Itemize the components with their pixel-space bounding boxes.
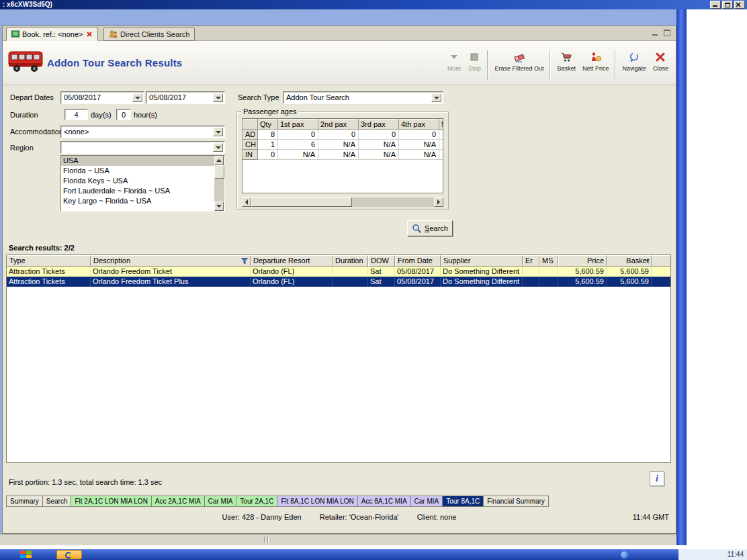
app-window: Book. ref.: <none> Direct Clients Search [2, 26, 676, 534]
tab-tour-2a[interactable]: Tour 2A,1C [236, 496, 277, 507]
dropdown-arrow-icon[interactable] [431, 93, 441, 102]
panel-controls [652, 29, 670, 36]
tab-flight-2a[interactable]: Flt 2A,1C LON MIA LON [71, 496, 151, 507]
tab-tour-8a-selected[interactable]: Tour 8A,1C [442, 496, 484, 507]
panel-minimize-button[interactable] [652, 29, 659, 36]
result-row[interactable]: Attraction Tickets Orlando Freedom Ticke… [7, 267, 670, 277]
tab-financial-summary[interactable]: Financial Summary [483, 496, 549, 507]
column-header-price[interactable]: Price [558, 255, 607, 267]
status-bar: User: 428 - Danny Eden Retailer: 'Ocean-… [3, 513, 676, 521]
scroll-down-icon[interactable] [214, 201, 224, 211]
maximize-icon [725, 3, 730, 7]
page-title: Addon Tour Search Results [47, 57, 182, 68]
tab-direct-clients-search[interactable]: Direct Clients Search [103, 27, 195, 41]
column-header-er[interactable]: Er [523, 255, 539, 267]
pax-row-adults[interactable]: AD 8 0 0 0 0 [243, 130, 444, 140]
column-header-supplier[interactable]: Supplier [441, 255, 523, 267]
region-combo[interactable] [60, 141, 225, 154]
nett-price-icon [590, 50, 602, 64]
column-header-type[interactable]: Type [7, 255, 91, 267]
list-item[interactable]: USA [61, 156, 224, 166]
column-header-dow[interactable]: DOW [368, 255, 395, 267]
dropdown-arrow-icon[interactable] [132, 93, 142, 102]
tab-search[interactable]: Search [42, 496, 72, 507]
ie-icon [65, 552, 72, 559]
accommodation-combo[interactable]: <none> [60, 126, 225, 138]
erase-filtered-out-button[interactable]: Erase Filtered Out [491, 49, 547, 73]
horizontal-scrollbar[interactable] [242, 197, 443, 207]
minimize-icon [713, 5, 717, 7]
pax-row-infants[interactable]: IN 0 N/A N/A N/A N/A [243, 150, 444, 160]
column-header-description[interactable]: Description [91, 255, 251, 267]
column-header-filler [652, 255, 670, 267]
tab-accommodation-8a[interactable]: Acc 8A,1C MIA [357, 496, 411, 507]
tab-accommodation-2a[interactable]: Acc 2A,1C MIA [151, 496, 205, 507]
list-item[interactable]: Key Largo ~ Florida ~ USA [61, 196, 224, 206]
stop-button: Stop [464, 49, 484, 73]
navigate-button[interactable]: Navigate [619, 49, 650, 73]
tab-flight-8a[interactable]: Flt 8A,1C LON MIA LON [277, 496, 357, 507]
close-window-button[interactable] [734, 1, 745, 9]
maximize-button[interactable] [722, 1, 733, 9]
close-button[interactable]: Close [650, 49, 672, 73]
column-header-duration[interactable]: Duration [333, 255, 368, 267]
scroll-track[interactable] [214, 165, 224, 201]
scroll-track[interactable] [251, 197, 434, 207]
search-icon [412, 224, 422, 234]
search-button[interactable]: Search [407, 220, 453, 236]
stop-icon [468, 50, 480, 64]
scroll-left-icon[interactable] [242, 197, 251, 207]
pax-corner-cell [243, 120, 258, 130]
list-item[interactable]: Fort Lauderdale ~ Florida ~ USA [61, 186, 224, 196]
passenger-ages-label: Passenger ages [241, 107, 299, 115]
search-timing-status: First portion: 1.3 sec, total search tim… [9, 478, 162, 486]
column-header-ms[interactable]: MS [539, 255, 558, 267]
browser-taskbar-button[interactable] [56, 550, 82, 559]
window-title: : x6cXW3Sd5Q) [3, 1, 52, 8]
list-item[interactable]: Florida ~ USA [61, 166, 224, 176]
filter-funnel-icon[interactable] [241, 258, 248, 265]
minimize-button[interactable] [710, 1, 721, 9]
taskbar-clock: 11:44 [728, 551, 744, 558]
dropdown-arrow-icon[interactable] [213, 128, 223, 136]
toolbar-separator [550, 50, 551, 80]
list-item[interactable]: Florida Keys ~ USA [61, 176, 224, 186]
panel-restore-button[interactable] [664, 30, 670, 36]
dropdown-arrow-icon[interactable] [213, 93, 223, 102]
basket-button[interactable]: Basket [554, 49, 579, 73]
title-bar: : x6cXW3Sd5Q) [0, 0, 747, 9]
depart-date-to-combo[interactable]: 05/08/2017 [146, 91, 225, 104]
vertical-scrollbar[interactable] [214, 156, 224, 211]
tab-close-icon[interactable] [86, 31, 93, 38]
tab-car-2a[interactable]: Car MIA [204, 496, 237, 507]
duration-days-input[interactable] [64, 109, 88, 120]
scroll-thumb[interactable] [251, 197, 352, 207]
depart-date-from-combo[interactable]: 05/08/2017 [60, 91, 144, 104]
tab-car-8a[interactable]: Car MIA [410, 496, 443, 507]
column-header-basket[interactable]: Basket [607, 255, 652, 267]
scroll-grip[interactable] [264, 536, 272, 543]
dropdown-arrow-icon[interactable] [213, 143, 223, 152]
tab-summary[interactable]: Summary [6, 496, 43, 507]
nett-price-button[interactable]: Nett Price [579, 49, 613, 73]
duration-hours-input[interactable] [116, 109, 131, 120]
status-time: 11:44 GMT [633, 513, 669, 521]
column-header-from-date[interactable]: From Date [395, 255, 441, 267]
search-type-combo[interactable]: Addon Tour Search [283, 91, 443, 104]
scroll-thumb[interactable] [214, 165, 224, 179]
column-header-departure-resort[interactable]: Departure Resort [251, 255, 333, 267]
results-grid: Type Description Departure Resort Durati… [6, 254, 671, 463]
windows-start-icon[interactable] [20, 551, 33, 559]
horizontal-scrollbar-strip[interactable] [0, 534, 676, 545]
info-button[interactable]: i [650, 471, 664, 486]
hours-label: hour(s) [134, 111, 157, 119]
passenger-ages-group: Passenger ages Qty 1st pax 2nd pax 3rd p… [236, 111, 449, 209]
tab-booking-ref[interactable]: Book. ref.: <none> [6, 27, 98, 41]
region-label: Region [10, 144, 34, 152]
result-row-selected[interactable]: Attraction Tickets Orlando Freedom Ticke… [7, 277, 670, 287]
pax-row-children[interactable]: CH 1 6 N/A N/A N/A [243, 140, 444, 150]
tray-app-icon[interactable] [621, 551, 628, 559]
scroll-right-icon[interactable] [434, 197, 443, 207]
scroll-up-icon[interactable] [214, 156, 224, 165]
toolbar-separator [487, 50, 488, 80]
